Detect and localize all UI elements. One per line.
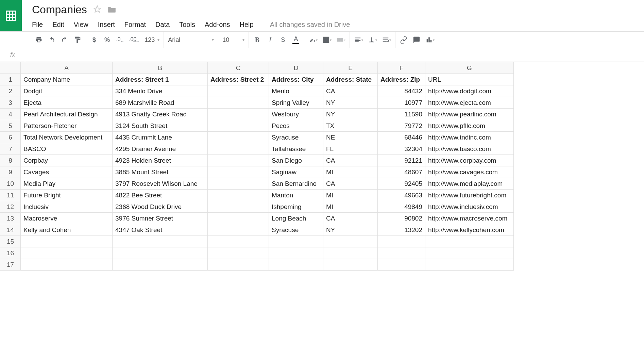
cell[interactable]: TX xyxy=(323,120,378,132)
cell[interactable] xyxy=(378,236,425,247)
cell[interactable] xyxy=(378,259,425,271)
cell[interactable]: http://www.kellycohen.com xyxy=(425,224,514,236)
vertical-align-button[interactable]: ▾ xyxy=(368,35,377,45)
row-header[interactable]: 6 xyxy=(0,132,21,143)
horizontal-align-button[interactable]: ▾ xyxy=(354,35,363,45)
cell[interactable] xyxy=(113,247,208,259)
cell[interactable]: 689 Marshville Road xyxy=(113,97,208,109)
cell[interactable] xyxy=(208,178,269,190)
cell[interactable] xyxy=(21,236,113,247)
cell[interactable]: 4435 Crummit Lane xyxy=(113,132,208,143)
cell[interactable]: Corpbay xyxy=(21,155,113,166)
spreadsheet-grid[interactable]: ABCDEFG 1Company NameAddress: Street 1Ad… xyxy=(0,62,644,271)
select-all-corner[interactable] xyxy=(0,62,21,74)
more-formats-button[interactable]: 123▾ xyxy=(145,36,159,44)
cell[interactable] xyxy=(269,236,323,247)
italic-button[interactable]: I xyxy=(266,35,274,45)
column-header-A[interactable]: A xyxy=(21,62,113,74)
cell[interactable]: Address: Zip xyxy=(378,74,425,85)
cell[interactable]: MI xyxy=(323,201,378,213)
cell[interactable]: Address: Street 1 xyxy=(113,74,208,85)
decrease-decimal-button[interactable]: .0← xyxy=(116,35,124,45)
cell[interactable]: CA xyxy=(323,178,378,190)
cell[interactable]: Kelly and Cohen xyxy=(21,224,113,236)
cell[interactable]: http://www.pfllc.com xyxy=(425,120,514,132)
row-header[interactable]: 13 xyxy=(0,213,21,224)
fill-color-button[interactable]: ▾ xyxy=(308,35,318,45)
cell[interactable] xyxy=(113,259,208,271)
cell[interactable] xyxy=(208,201,269,213)
cell[interactable]: Media Play xyxy=(21,178,113,190)
cell[interactable]: 68446 xyxy=(378,132,425,143)
cell[interactable]: http://www.ejecta.com xyxy=(425,97,514,109)
cell[interactable]: Future Bright xyxy=(21,190,113,201)
cell[interactable] xyxy=(269,259,323,271)
cell[interactable]: 4347 Oak Street xyxy=(113,224,208,236)
cell[interactable]: 4913 Gnatty Creek Road xyxy=(113,109,208,120)
row-header[interactable]: 17 xyxy=(0,259,21,271)
row-header[interactable]: 3 xyxy=(0,97,21,109)
cell[interactable]: URL xyxy=(425,74,514,85)
cell[interactable]: San Bernardino xyxy=(269,178,323,190)
redo-button[interactable] xyxy=(61,35,69,45)
cell[interactable] xyxy=(208,85,269,97)
cell[interactable]: NY xyxy=(323,109,378,120)
cell[interactable]: 4923 Holden Street xyxy=(113,155,208,166)
cell[interactable] xyxy=(323,247,378,259)
star-icon[interactable] xyxy=(93,5,101,15)
sheets-logo[interactable] xyxy=(0,0,22,31)
cell[interactable]: Address: State xyxy=(323,74,378,85)
column-header-G[interactable]: G xyxy=(425,62,514,74)
cell[interactable] xyxy=(208,213,269,224)
folder-icon[interactable] xyxy=(107,5,116,14)
column-header-D[interactable]: D xyxy=(269,62,323,74)
cell[interactable]: Syracuse xyxy=(269,224,323,236)
cell[interactable]: CA xyxy=(323,213,378,224)
increase-decimal-button[interactable]: .00→ xyxy=(129,35,140,45)
row-header[interactable]: 5 xyxy=(0,120,21,132)
cell[interactable]: Manton xyxy=(269,190,323,201)
cell[interactable] xyxy=(378,247,425,259)
cell[interactable]: 3797 Roosevelt Wilson Lane xyxy=(113,178,208,190)
cell[interactable]: MI xyxy=(323,166,378,178)
cell[interactable]: 90802 xyxy=(378,213,425,224)
text-wrap-button[interactable]: ▾ xyxy=(382,35,391,45)
cell[interactable]: Syracuse xyxy=(269,132,323,143)
cell[interactable]: MI xyxy=(323,190,378,201)
row-header[interactable]: 16 xyxy=(0,247,21,259)
cell[interactable]: Address: Street 2 xyxy=(208,74,269,85)
cell[interactable] xyxy=(208,166,269,178)
cell[interactable]: CA xyxy=(323,155,378,166)
format-currency-button[interactable]: $ xyxy=(90,35,98,45)
row-header[interactable]: 12 xyxy=(0,201,21,213)
cell[interactable] xyxy=(21,259,113,271)
cell[interactable] xyxy=(425,259,514,271)
format-percent-button[interactable]: % xyxy=(103,35,111,45)
cell[interactable]: 84432 xyxy=(378,85,425,97)
column-header-E[interactable]: E xyxy=(323,62,378,74)
cell[interactable]: 92121 xyxy=(378,155,425,166)
row-header[interactable]: 7 xyxy=(0,143,21,155)
cell[interactable] xyxy=(113,236,208,247)
strikethrough-button[interactable]: S xyxy=(279,35,287,45)
cell[interactable]: Saginaw xyxy=(269,166,323,178)
formula-input[interactable] xyxy=(25,48,644,62)
cell[interactable]: 11590 xyxy=(378,109,425,120)
row-header[interactable]: 2 xyxy=(0,85,21,97)
menu-edit[interactable]: Edit xyxy=(52,21,64,29)
cell[interactable]: 49849 xyxy=(378,201,425,213)
undo-button[interactable] xyxy=(48,35,56,45)
borders-button[interactable]: ▾ xyxy=(322,35,332,45)
cell[interactable]: 334 Menlo Drive xyxy=(113,85,208,97)
cell[interactable]: http://www.tndinc.com xyxy=(425,132,514,143)
cell[interactable]: Pearl Architectural Design xyxy=(21,109,113,120)
cell[interactable]: http://www.mediaplay.com xyxy=(425,178,514,190)
cell[interactable]: 10977 xyxy=(378,97,425,109)
column-header-B[interactable]: B xyxy=(113,62,208,74)
cell[interactable]: 48607 xyxy=(378,166,425,178)
cell[interactable]: BASCO xyxy=(21,143,113,155)
document-title[interactable]: Companies xyxy=(32,3,87,16)
text-color-button[interactable]: A xyxy=(292,35,300,45)
cell[interactable] xyxy=(208,109,269,120)
cell[interactable] xyxy=(208,97,269,109)
